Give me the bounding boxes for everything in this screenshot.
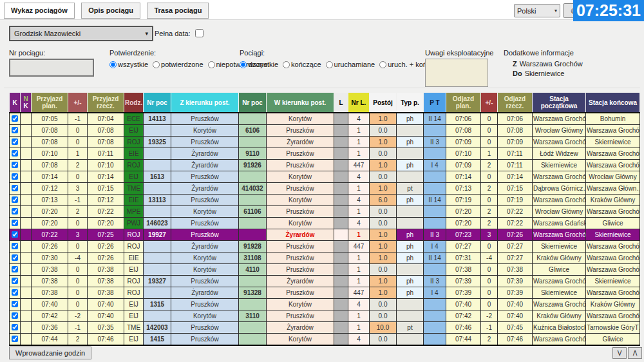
row-checkbox[interactable] <box>12 301 18 307</box>
cell-zk: Żyrardów <box>171 160 239 171</box>
table-row[interactable]: 07:20007:20PWJ146023PruszkówKorytów40.00… <box>10 218 640 229</box>
row-checkbox[interactable] <box>12 254 18 261</box>
row-checkbox[interactable] <box>12 115 18 122</box>
table-row[interactable]: 07:20207:22MPEKorytów61106Pruszków10.007… <box>10 206 640 218</box>
row-checkbox[interactable] <box>12 173 18 180</box>
table-row[interactable]: 07:08207:10ROJŻyrardów91926Pruszków4471.… <box>10 160 640 171</box>
row-checkbox[interactable] <box>12 243 18 249</box>
cell-l <box>334 241 348 252</box>
header-delta-odjazd: +/- <box>481 93 498 113</box>
cell-nrl: 1 <box>348 264 370 276</box>
cell-l <box>334 218 348 229</box>
radio-input[interactable] <box>326 61 333 68</box>
table-row[interactable]: 07:26007:26ROJŻyrardów91928Pruszków4471.… <box>10 241 640 252</box>
cell-npw: 3110 <box>239 310 267 322</box>
train-number-input[interactable] <box>9 59 94 77</box>
row-checkbox[interactable] <box>12 289 18 296</box>
row-checkbox[interactable] <box>12 162 18 168</box>
cell-checked <box>10 299 21 310</box>
table-row[interactable]: 07:14007:14EIJ1613PruszkówKorytów40.007:… <box>10 171 640 183</box>
cell-d1: -4 <box>68 252 88 264</box>
cell-zk: Pruszków <box>171 322 239 334</box>
table-row[interactable]: 07:38007:38ROJŻyrardów91328Pruszków4471.… <box>10 287 640 299</box>
row-checkbox[interactable] <box>12 196 18 203</box>
radio-konczace[interactable]: kończące <box>283 61 321 68</box>
radio-input[interactable] <box>109 61 117 68</box>
table-row[interactable]: 07:42-207:40EIJKorytów3110Pruszków10.007… <box>10 310 640 322</box>
radio-input[interactable] <box>379 61 386 68</box>
train-schedule-app: Wykaz pociągów Opis pociągu Trasa pociąg… <box>0 0 644 362</box>
table-row[interactable]: 07:30-407:26EIEKorytów31108Pruszków11.0p… <box>10 252 640 264</box>
clock-display: 07:25:31 <box>573 0 644 21</box>
radio-input[interactable] <box>208 61 215 68</box>
table-row[interactable]: 07:44207:46EIJ1415PruszkówKorytów40.007:… <box>10 334 640 346</box>
header-rodz: Rodz. <box>124 93 144 113</box>
row-checkbox[interactable] <box>12 185 18 191</box>
enter-times-button[interactable]: Wprowadzanie godzin <box>9 347 91 359</box>
cell-wk: Pruszków <box>267 183 334 195</box>
radio-potwierdzone[interactable]: potwierdzone <box>153 61 203 68</box>
table-row[interactable]: 07:40007:40EIJ1315PruszkówKorytów40.007:… <box>10 299 640 310</box>
row-checkbox[interactable] <box>12 278 18 284</box>
cell-pr: 07:38 <box>88 264 124 276</box>
radio-uruchamiane[interactable]: uruchamiane <box>326 61 375 68</box>
tab-wykaz-pociagow[interactable]: Wykaz pociągów <box>4 3 75 19</box>
cell-nk <box>21 137 32 148</box>
scroll-up-button[interactable]: Λ <box>628 347 642 359</box>
table-row[interactable]: 07:08007:08EIJKorytów6106Pruszków10.007:… <box>10 125 640 137</box>
radio-uruch-kon[interactable]: uruch. + koń. <box>379 61 429 68</box>
radio-pociagi-wszystkie[interactable]: wszystkie <box>240 61 278 68</box>
table-row[interactable]: 07:05-107:04ECE14113PruszkówKorytów41.0p… <box>10 113 640 125</box>
cell-checked <box>10 171 21 183</box>
cell-npw: 61106 <box>239 206 267 218</box>
table-row[interactable]: 07:10107:11EIEŻyrardów9110Pruszków10.007… <box>10 148 640 160</box>
header-z-kierunku: Z kierunku post. <box>171 93 239 113</box>
row-checkbox[interactable] <box>12 231 18 238</box>
radio-input[interactable] <box>153 61 160 68</box>
table-row[interactable]: 07:36-107:35TME142003PruszkówŻyrardów110… <box>10 322 640 334</box>
cell-op: 07:39 <box>446 287 481 299</box>
cell-wk: Żyrardów <box>267 276 334 287</box>
cell-pt <box>424 299 446 310</box>
table-row[interactable]: 07:22307:25ROJ19927PruszkówŻyrardów11.0p… <box>10 229 640 241</box>
cell-d2: 2 <box>481 183 498 195</box>
row-checkbox[interactable] <box>12 266 18 272</box>
row-checkbox[interactable] <box>12 220 18 226</box>
row-checkbox[interactable] <box>12 208 18 214</box>
cell-npz <box>144 310 171 322</box>
row-checkbox[interactable] <box>12 150 18 157</box>
cell-pr: 07:04 <box>88 113 124 125</box>
cell-pp: 07:26 <box>32 241 68 252</box>
row-checkbox[interactable] <box>12 127 18 133</box>
row-checkbox[interactable] <box>12 312 18 319</box>
radio-input[interactable] <box>283 61 290 68</box>
table-row[interactable]: 07:12307:15TMEŻyrardów414032Pruszków11.0… <box>10 183 640 195</box>
language-select[interactable]: Polski ▾ <box>514 4 560 17</box>
row-checkbox[interactable] <box>12 138 18 145</box>
cell-or: 07:45 <box>498 322 533 334</box>
row-checkbox[interactable] <box>12 336 18 342</box>
header-delta-przyjazd: +/- <box>68 93 88 113</box>
tab-trasa-pociagu[interactable]: Trasa pociągu <box>147 3 209 19</box>
cell-nk <box>21 125 32 137</box>
table-row[interactable]: 07:13-107:12EIE13113PruszkówKorytów46.0p… <box>10 195 640 206</box>
cell-npz: 19327 <box>144 276 171 287</box>
scroll-down-button[interactable]: V <box>612 347 627 359</box>
cell-l <box>334 229 348 241</box>
cell-npw <box>239 299 267 310</box>
cell-pr: 07:11 <box>88 148 124 160</box>
tab-opis-pociagu[interactable]: Opis pociągu <box>81 3 140 19</box>
table-row[interactable]: 07:38007:38EIJKorytów4110Pruszków10.007:… <box>10 264 640 276</box>
radio-input[interactable] <box>240 61 247 68</box>
cell-typ <box>397 264 424 276</box>
row-checkbox[interactable] <box>12 324 18 330</box>
station-select[interactable]: Grodzisk Mazowiecki ▾ <box>9 26 153 41</box>
full-date-checkbox[interactable] <box>195 29 204 37</box>
radio-potwierdzenie-wszystkie[interactable]: wszystkie <box>109 61 148 68</box>
cell-postoj: 0.0 <box>370 299 397 310</box>
table-row[interactable]: 07:38007:38ROJ19327PruszkówŻyrardów11.0p… <box>10 276 640 287</box>
operational-notes-input[interactable] <box>425 59 488 87</box>
cell-postoj: 1.0 <box>370 276 397 287</box>
cell-pr: 07:10 <box>88 160 124 171</box>
table-row[interactable]: 07:08007:08ROJ19325PruszkówŻyrardów11.0p… <box>10 137 640 148</box>
